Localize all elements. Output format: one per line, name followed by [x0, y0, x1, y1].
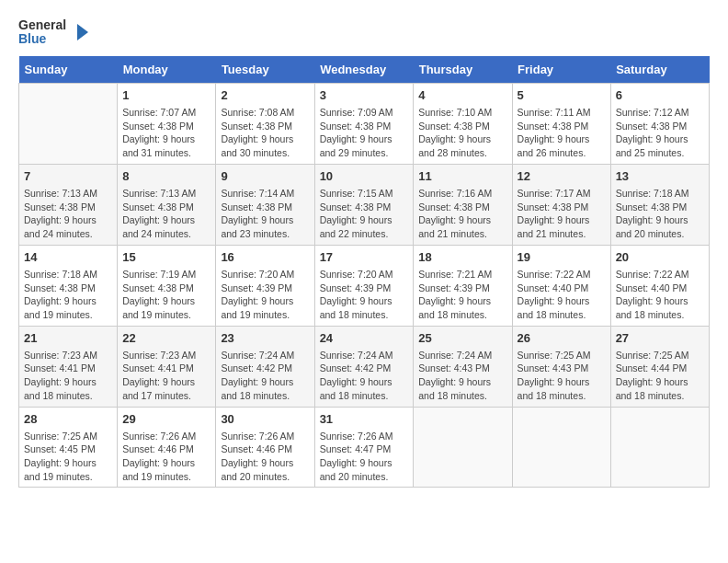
day-number: 19	[518, 249, 606, 266]
calendar-cell: 18Sunrise: 7:21 AMSunset: 4:39 PMDayligh…	[414, 245, 512, 326]
day-info: Sunrise: 7:25 AMSunset: 4:43 PMDaylight:…	[518, 349, 606, 403]
header-wednesday: Wednesday	[314, 56, 414, 84]
day-number: 24	[320, 330, 409, 347]
day-info: Sunrise: 7:19 AMSunset: 4:38 PMDaylight:…	[122, 268, 210, 322]
day-info: Sunrise: 7:13 AMSunset: 4:38 PMDaylight:…	[122, 187, 210, 241]
calendar-cell: 28Sunrise: 7:25 AMSunset: 4:45 PMDayligh…	[19, 407, 118, 488]
header-tuesday: Tuesday	[216, 56, 314, 84]
day-number: 25	[418, 330, 506, 347]
day-info: Sunrise: 7:18 AMSunset: 4:38 PMDaylight:…	[616, 187, 704, 241]
day-number: 27	[616, 330, 704, 347]
day-number: 1	[122, 87, 210, 104]
day-info: Sunrise: 7:18 AMSunset: 4:38 PMDaylight:…	[24, 268, 112, 322]
calendar-cell: 15Sunrise: 7:19 AMSunset: 4:38 PMDayligh…	[118, 245, 216, 326]
day-number: 4	[418, 87, 506, 104]
day-number: 8	[122, 168, 210, 185]
day-info: Sunrise: 7:26 AMSunset: 4:46 PMDaylight:…	[221, 430, 309, 484]
day-info: Sunrise: 7:26 AMSunset: 4:46 PMDaylight:…	[122, 430, 210, 484]
day-number: 6	[616, 87, 704, 104]
day-number: 16	[221, 249, 309, 266]
day-number: 11	[418, 168, 506, 185]
day-number: 31	[320, 411, 409, 428]
day-number: 28	[24, 411, 112, 428]
calendar-cell: 5Sunrise: 7:11 AMSunset: 4:38 PMDaylight…	[512, 83, 610, 164]
day-number: 17	[320, 249, 409, 266]
day-info: Sunrise: 7:24 AMSunset: 4:42 PMDaylight:…	[221, 349, 309, 403]
header-saturday: Saturday	[610, 56, 709, 84]
day-number: 13	[616, 168, 704, 185]
day-number: 7	[24, 168, 112, 185]
calendar-cell	[610, 407, 709, 488]
week-row-2: 7Sunrise: 7:13 AMSunset: 4:38 PMDaylight…	[19, 164, 710, 245]
calendar-cell: 23Sunrise: 7:24 AMSunset: 4:42 PMDayligh…	[216, 326, 314, 407]
calendar-cell: 22Sunrise: 7:23 AMSunset: 4:41 PMDayligh…	[118, 326, 216, 407]
calendar-cell	[19, 83, 118, 164]
day-info: Sunrise: 7:24 AMSunset: 4:42 PMDaylight:…	[320, 349, 409, 403]
day-number: 23	[221, 330, 309, 347]
calendar-cell: 3Sunrise: 7:09 AMSunset: 4:38 PMDaylight…	[314, 83, 414, 164]
day-number: 22	[122, 330, 210, 347]
day-info: Sunrise: 7:24 AMSunset: 4:43 PMDaylight:…	[418, 349, 506, 403]
header: General Blue	[18, 18, 710, 47]
day-number: 26	[518, 330, 606, 347]
day-info: Sunrise: 7:10 AMSunset: 4:38 PMDaylight:…	[418, 106, 506, 160]
day-info: Sunrise: 7:12 AMSunset: 4:38 PMDaylight:…	[616, 106, 704, 160]
day-info: Sunrise: 7:25 AMSunset: 4:45 PMDaylight:…	[24, 430, 112, 484]
calendar-cell: 10Sunrise: 7:15 AMSunset: 4:38 PMDayligh…	[314, 164, 414, 245]
day-info: Sunrise: 7:14 AMSunset: 4:38 PMDaylight:…	[221, 187, 309, 241]
calendar-cell: 31Sunrise: 7:26 AMSunset: 4:47 PMDayligh…	[314, 407, 414, 488]
day-info: Sunrise: 7:07 AMSunset: 4:38 PMDaylight:…	[122, 106, 210, 160]
day-info: Sunrise: 7:17 AMSunset: 4:38 PMDaylight:…	[518, 187, 606, 241]
day-info: Sunrise: 7:16 AMSunset: 4:38 PMDaylight:…	[418, 187, 506, 241]
week-row-3: 14Sunrise: 7:18 AMSunset: 4:38 PMDayligh…	[19, 245, 710, 326]
calendar-cell: 26Sunrise: 7:25 AMSunset: 4:43 PMDayligh…	[512, 326, 610, 407]
calendar-cell: 6Sunrise: 7:12 AMSunset: 4:38 PMDaylight…	[610, 83, 709, 164]
week-row-1: 1Sunrise: 7:07 AMSunset: 4:38 PMDaylight…	[19, 83, 710, 164]
calendar-cell: 17Sunrise: 7:20 AMSunset: 4:39 PMDayligh…	[314, 245, 414, 326]
calendar-cell: 30Sunrise: 7:26 AMSunset: 4:46 PMDayligh…	[216, 407, 314, 488]
logo-arrow-icon	[70, 22, 90, 42]
calendar-cell: 7Sunrise: 7:13 AMSunset: 4:38 PMDaylight…	[19, 164, 118, 245]
day-info: Sunrise: 7:15 AMSunset: 4:38 PMDaylight:…	[320, 187, 409, 241]
calendar-cell: 9Sunrise: 7:14 AMSunset: 4:38 PMDaylight…	[216, 164, 314, 245]
calendar-table: SundayMondayTuesdayWednesdayThursdayFrid…	[18, 56, 710, 488]
calendar-cell: 27Sunrise: 7:25 AMSunset: 4:44 PMDayligh…	[610, 326, 709, 407]
day-info: Sunrise: 7:22 AMSunset: 4:40 PMDaylight:…	[616, 268, 704, 322]
header-thursday: Thursday	[414, 56, 512, 84]
calendar-cell: 16Sunrise: 7:20 AMSunset: 4:39 PMDayligh…	[216, 245, 314, 326]
day-info: Sunrise: 7:21 AMSunset: 4:39 PMDaylight:…	[418, 268, 506, 322]
logo-blue-text: Blue	[18, 32, 66, 46]
day-number: 5	[518, 87, 606, 104]
calendar-cell: 2Sunrise: 7:08 AMSunset: 4:38 PMDaylight…	[216, 83, 314, 164]
day-number: 10	[320, 168, 409, 185]
calendar-cell: 24Sunrise: 7:24 AMSunset: 4:42 PMDayligh…	[314, 326, 414, 407]
calendar-cell: 8Sunrise: 7:13 AMSunset: 4:38 PMDaylight…	[118, 164, 216, 245]
calendar-cell: 29Sunrise: 7:26 AMSunset: 4:46 PMDayligh…	[118, 407, 216, 488]
day-info: Sunrise: 7:23 AMSunset: 4:41 PMDaylight:…	[122, 349, 210, 403]
calendar-cell: 12Sunrise: 7:17 AMSunset: 4:38 PMDayligh…	[512, 164, 610, 245]
day-number: 2	[221, 87, 309, 104]
day-number: 12	[518, 168, 606, 185]
calendar-cell: 1Sunrise: 7:07 AMSunset: 4:38 PMDaylight…	[118, 83, 216, 164]
logo-general-text: General	[18, 18, 66, 32]
day-info: Sunrise: 7:09 AMSunset: 4:38 PMDaylight:…	[320, 106, 409, 160]
day-number: 3	[320, 87, 409, 104]
calendar-header-row: SundayMondayTuesdayWednesdayThursdayFrid…	[19, 56, 710, 84]
calendar-cell	[414, 407, 512, 488]
calendar-cell: 25Sunrise: 7:24 AMSunset: 4:43 PMDayligh…	[414, 326, 512, 407]
day-number: 15	[122, 249, 210, 266]
header-sunday: Sunday	[19, 56, 118, 84]
calendar-cell: 13Sunrise: 7:18 AMSunset: 4:38 PMDayligh…	[610, 164, 709, 245]
logo: General Blue	[18, 18, 90, 47]
day-info: Sunrise: 7:11 AMSunset: 4:38 PMDaylight:…	[518, 106, 606, 160]
header-friday: Friday	[512, 56, 610, 84]
day-info: Sunrise: 7:26 AMSunset: 4:47 PMDaylight:…	[320, 430, 409, 484]
day-info: Sunrise: 7:22 AMSunset: 4:40 PMDaylight:…	[518, 268, 606, 322]
svg-marker-0	[77, 24, 88, 40]
calendar-cell	[512, 407, 610, 488]
day-number: 21	[24, 330, 112, 347]
day-number: 9	[221, 168, 309, 185]
week-row-4: 21Sunrise: 7:23 AMSunset: 4:41 PMDayligh…	[19, 326, 710, 407]
header-monday: Monday	[118, 56, 216, 84]
calendar-cell: 21Sunrise: 7:23 AMSunset: 4:41 PMDayligh…	[19, 326, 118, 407]
